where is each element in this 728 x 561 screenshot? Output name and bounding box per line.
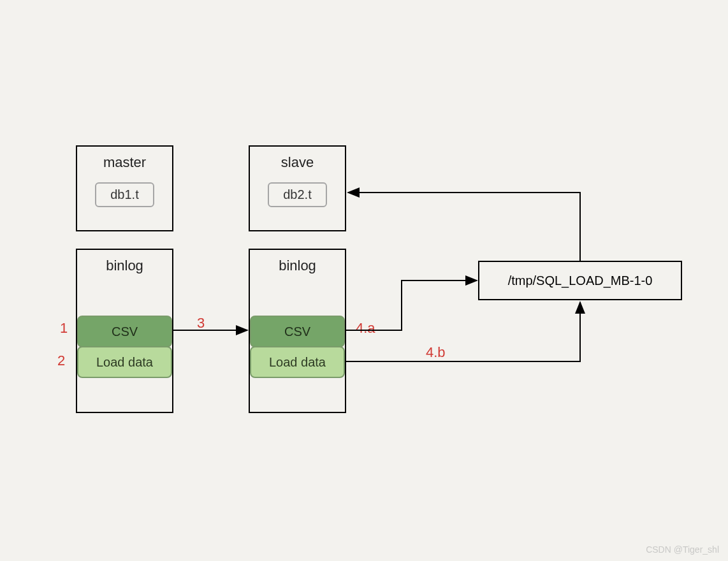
- binlog-master-box: binlog CSV Load data: [76, 249, 173, 413]
- slave-db-label: db2.t: [268, 182, 326, 207]
- label-4b: 4.b: [426, 344, 446, 361]
- binlog-slave-csv: CSV: [250, 316, 345, 347]
- label-4a: 4.a: [356, 320, 375, 337]
- binlog-master-title: binlog: [106, 258, 143, 274]
- slave-box: slave db2.t: [249, 145, 346, 231]
- arrow-4b: [346, 302, 580, 361]
- watermark: CSDN @Tiger_shl: [646, 544, 719, 555]
- label-3: 3: [197, 315, 205, 332]
- binlog-master-load: Load data: [77, 346, 172, 378]
- tmp-file-box: /tmp/SQL_LOAD_MB-1-0: [478, 261, 682, 300]
- binlog-slave-title: binlog: [279, 258, 316, 274]
- master-title: master: [103, 154, 146, 171]
- arrow-tmp-to-slave: [348, 193, 580, 261]
- master-db-label: db1.t: [95, 182, 154, 207]
- master-box: master db1.t: [76, 145, 173, 231]
- label-1: 1: [60, 320, 68, 337]
- slave-title: slave: [281, 154, 314, 171]
- binlog-slave-box: binlog CSV Load data: [249, 249, 346, 413]
- binlog-slave-load: Load data: [250, 346, 345, 378]
- binlog-master-csv: CSV: [77, 316, 172, 347]
- label-2: 2: [57, 353, 65, 369]
- tmp-file-label: /tmp/SQL_LOAD_MB-1-0: [508, 273, 653, 288]
